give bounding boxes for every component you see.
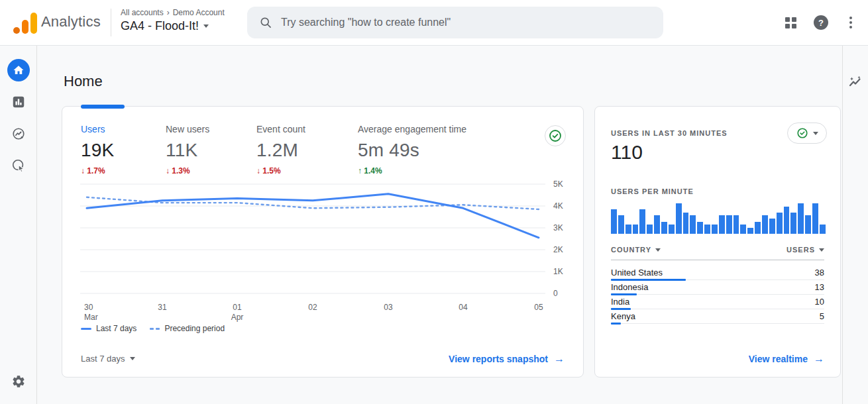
minute-bar: [805, 215, 811, 234]
minute-bar: [697, 222, 703, 234]
metric-value: 5m 49s: [358, 140, 530, 161]
nav-reports[interactable]: [0, 86, 36, 118]
country-users: 10: [815, 297, 824, 307]
date-range-label: Last 7 days: [81, 354, 125, 364]
breadcrumb-chevron-icon: ›: [167, 8, 170, 17]
sort-caret-icon: [655, 248, 661, 252]
svg-text:01: 01: [233, 303, 242, 312]
svg-text:05: 05: [534, 303, 543, 312]
minute-bar: [647, 225, 653, 234]
view-realtime-link[interactable]: View realtime →: [749, 353, 824, 365]
users-column-sort[interactable]: USERS: [787, 246, 824, 254]
country-header-label: COUNTRY: [611, 246, 651, 254]
svg-text:03: 03: [384, 303, 393, 312]
link-label: View realtime: [749, 354, 808, 364]
users-per-minute-chart: [611, 203, 826, 235]
svg-text:30: 30: [84, 303, 93, 312]
breadcrumb-all-accounts[interactable]: All accounts: [121, 8, 164, 17]
grid-sq: [792, 24, 796, 28]
search-input[interactable]: Try searching "how to create funnel": [247, 7, 663, 38]
minute-bar: [669, 225, 675, 234]
svg-text:5K: 5K: [553, 179, 563, 189]
chevron-down-icon: [130, 357, 135, 360]
metric-average-engagement-time[interactable]: Average engagement time5m 49s↑ 1.4%: [358, 124, 530, 176]
metric-value: 19K: [81, 140, 166, 161]
minute-bar: [625, 225, 631, 234]
minute-bar: [639, 209, 645, 234]
nav-home[interactable]: [0, 54, 36, 86]
breadcrumb-account[interactable]: Demo Account: [173, 8, 225, 17]
more-options-icon[interactable]: [845, 15, 856, 30]
realtime-table-header: COUNTRY USERS: [611, 246, 824, 260]
svg-text:3K: 3K: [553, 223, 563, 232]
realtime-title: USERS IN LAST 30 MINUTES: [611, 129, 728, 137]
metric-delta: ↑ 1.4%: [358, 166, 530, 176]
arrow-right-icon: →: [554, 353, 565, 365]
active-metric-tab-indicator: [81, 105, 125, 109]
reports-icon: [11, 95, 26, 109]
svg-text:31: 31: [158, 303, 167, 312]
nav-admin[interactable]: [0, 366, 36, 397]
country-row[interactable]: India10: [611, 295, 824, 309]
breadcrumb[interactable]: All accounts › Demo Account: [121, 8, 225, 17]
metric-users[interactable]: Users19K↓ 1.7%: [81, 124, 166, 176]
svg-text:Mar: Mar: [84, 313, 98, 322]
svg-text:Apr: Apr: [231, 313, 244, 322]
metric-delta: ↓ 1.5%: [256, 166, 358, 176]
check-circle-icon: [548, 128, 563, 143]
apps-grid-icon[interactable]: [785, 17, 796, 28]
country-name: Kenya: [611, 311, 635, 321]
minute-bar: [755, 222, 761, 234]
product-name: Analytics: [41, 13, 101, 30]
minute-bar: [726, 215, 732, 234]
metric-label: New users: [166, 124, 256, 134]
minute-bar: [661, 222, 667, 234]
svg-text:1K: 1K: [553, 267, 563, 276]
help-icon[interactable]: ?: [814, 15, 828, 30]
legend-label: Preceding period: [164, 324, 225, 333]
svg-text:0: 0: [553, 289, 558, 298]
country-name: United States: [611, 268, 663, 278]
metric-event-count[interactable]: Event count1.2M↓ 1.5%: [256, 124, 358, 176]
grid-sq: [785, 17, 790, 22]
explore-icon: [11, 126, 26, 141]
country-name: India: [611, 297, 629, 307]
minute-bar: [712, 225, 718, 234]
insights-toggle[interactable]: [846, 73, 865, 91]
search-icon: [259, 16, 272, 29]
minute-bar: [704, 225, 710, 234]
insights-rail: [842, 45, 868, 404]
minute-bar: [676, 203, 682, 234]
nav-advertising[interactable]: [0, 150, 36, 181]
metric-value: 11K: [166, 140, 256, 161]
header-divider: [111, 9, 111, 36]
minute-bar: [790, 213, 796, 234]
view-reports-snapshot-link[interactable]: View reports snapshot →: [449, 353, 565, 365]
country-column-sort[interactable]: COUNTRY: [611, 246, 661, 254]
country-row[interactable]: Kenya5: [611, 309, 824, 324]
minute-bar: [611, 209, 617, 234]
arrow-right-icon: →: [814, 353, 824, 365]
minute-bar: [618, 215, 624, 234]
svg-text:4K: 4K: [553, 201, 563, 211]
realtime-status-dropdown[interactable]: [787, 123, 827, 144]
legend-solid: Last 7 days: [81, 324, 136, 333]
country-row[interactable]: Indonesia13: [611, 280, 824, 295]
date-range-selector[interactable]: Last 7 days: [81, 354, 135, 364]
country-users: 38: [815, 268, 824, 278]
analytics-logo-icon[interactable]: [13, 11, 37, 34]
metric-new-users[interactable]: New users11K↓ 1.3%: [166, 124, 256, 176]
minute-bar: [777, 213, 783, 234]
country-row[interactable]: United States38: [611, 266, 824, 280]
nav-explore[interactable]: [0, 118, 36, 150]
svg-text:04: 04: [459, 303, 468, 312]
minute-bar: [784, 207, 790, 234]
property-selector[interactable]: GA4 - Flood-It!: [121, 19, 209, 33]
minute-bar: [820, 225, 826, 234]
minute-bar: [812, 203, 818, 234]
search-placeholder: Try searching "how to create funnel": [281, 17, 451, 28]
data-quality-button[interactable]: [545, 125, 566, 146]
link-label: View reports snapshot: [449, 354, 548, 364]
country-bar: [611, 323, 621, 325]
realtime-card: USERS IN LAST 30 MINUTES 110 USERS PER M…: [594, 106, 841, 378]
